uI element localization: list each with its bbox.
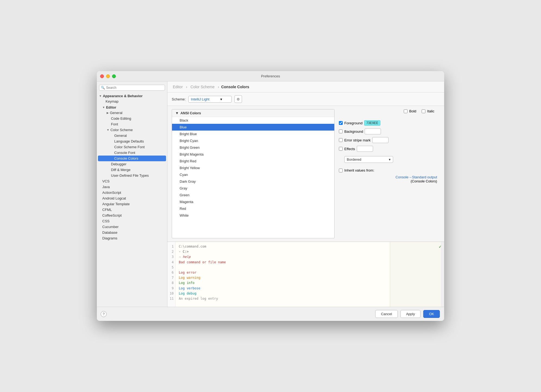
scheme-label: Scheme:	[172, 97, 186, 101]
sidebar-item-label: Color Scheme Font	[114, 145, 145, 149]
sidebar-item-database[interactable]: Database	[97, 230, 167, 235]
sidebar-item-font[interactable]: Font	[97, 121, 167, 127]
foreground-checkbox[interactable]	[339, 121, 343, 125]
preview-line-7: Log warning	[179, 275, 387, 280]
color-item-bright-magenta[interactable]: Bright Magenta	[172, 151, 334, 158]
breadcrumb-sep2: ›	[218, 85, 220, 89]
preview-line-8: Log info	[179, 280, 387, 286]
chevron-down-icon: ▼	[99, 94, 102, 97]
inherit-checkbox[interactable]	[339, 169, 343, 172]
gear-button[interactable]: ⚙	[234, 95, 242, 103]
color-item-red[interactable]: Red	[172, 205, 334, 212]
inherit-link[interactable]: Console→Standard output	[396, 175, 437, 179]
sidebar-item-android-logcat[interactable]: Android Logcat	[97, 195, 167, 201]
sidebar-item-cfml[interactable]: CFML	[97, 207, 167, 213]
search-box[interactable]: 🔍	[99, 85, 165, 91]
sidebar-item-angular-template[interactable]: Angular Template	[97, 201, 167, 207]
effects-checkbox[interactable]	[339, 147, 343, 151]
color-item-blue[interactable]: Blue	[172, 124, 334, 131]
ok-button[interactable]: OK	[423, 310, 440, 318]
sidebar-item-editor[interactable]: ▼ Editor	[97, 104, 167, 110]
sidebar-item-label: Diagrams	[102, 236, 117, 240]
color-item-bright-yellow[interactable]: Bright Yellow	[172, 165, 334, 171]
color-item-green[interactable]: Green	[172, 192, 334, 198]
sidebar-item-color-scheme[interactable]: ▼ Color Scheme	[97, 127, 167, 133]
sidebar-item-console-colors[interactable]: Console Colors	[98, 156, 166, 161]
sidebar-item-css[interactable]: CSS	[97, 218, 167, 224]
sidebar-item-label: User-Defined File Types	[111, 173, 149, 178]
help-button[interactable]: ?	[101, 311, 107, 317]
color-item-cyan[interactable]: Cyan	[172, 171, 334, 178]
foreground-color-value[interactable]: 73E9EE	[364, 120, 380, 126]
color-item-gray[interactable]: Gray	[172, 185, 334, 192]
sidebar-item-label: CSS	[102, 219, 110, 223]
close-button[interactable]	[100, 74, 104, 78]
traffic-lights	[100, 74, 116, 78]
sidebar-item-general[interactable]: ▶ General	[97, 110, 167, 116]
color-list-container: ▼ ANSI Colors Black Blue Bright Blue Bri…	[172, 109, 335, 238]
error-stripe-color-box[interactable]	[372, 137, 389, 143]
breadcrumb-console-colors: Console Colors	[221, 85, 249, 89]
background-color-box[interactable]	[365, 128, 381, 134]
sidebar-item-debugger[interactable]: Debugger	[97, 161, 167, 167]
apply-button[interactable]: Apply	[400, 310, 421, 318]
color-item-white[interactable]: White	[172, 212, 334, 219]
search-input[interactable]	[106, 86, 163, 90]
sidebar-item-label: General	[110, 111, 122, 115]
effects-dropdown[interactable]: Bordered ▾	[344, 156, 393, 163]
sidebar-item-actionscript[interactable]: ActionScript	[97, 190, 167, 195]
color-item-bright-red[interactable]: Bright Red	[172, 158, 334, 165]
color-item-bright-green[interactable]: Bright Green	[172, 144, 334, 151]
chevron-down-icon: ▾	[389, 157, 391, 162]
sidebar-item-diagrams[interactable]: Diagrams	[97, 235, 167, 241]
cancel-button[interactable]: Cancel	[375, 310, 397, 318]
color-item-magenta[interactable]: Magenta	[172, 198, 334, 205]
sidebar-item-label: Java	[102, 185, 110, 189]
preview-right-gutter	[390, 242, 444, 307]
background-checkbox[interactable]	[339, 129, 343, 133]
sidebar-item-label: Keymap	[106, 99, 119, 103]
effects-row: Effects	[339, 146, 440, 152]
sidebar-item-cucumber[interactable]: Cucumber	[97, 224, 167, 230]
maximize-button[interactable]	[112, 74, 116, 78]
sidebar-item-console-font[interactable]: Console Font	[97, 150, 167, 156]
collapse-icon[interactable]: ▼	[175, 111, 179, 115]
italic-row: Italic	[422, 109, 434, 113]
sidebar-item-color-scheme-font[interactable]: Color Scheme Font	[97, 144, 167, 150]
search-icon: 🔍	[101, 86, 105, 90]
line-numbers: 1 2 3 4 5 6 7 8 9 10 11	[167, 242, 176, 307]
effects-color-box[interactable]	[357, 146, 373, 152]
sidebar-item-label: Debugger	[111, 162, 126, 166]
sidebar-item-label: Cucumber	[102, 225, 119, 229]
sidebar-item-appearance[interactable]: ▼ Appearance & Behavior	[97, 93, 167, 99]
error-stripe-checkbox[interactable]	[339, 138, 343, 142]
bold-checkbox[interactable]	[404, 109, 408, 113]
color-list: Black Blue Bright Blue Bright Cyan Brigh…	[172, 117, 334, 238]
sidebar-item-vcs[interactable]: VCS	[97, 178, 167, 184]
scrollbar-track[interactable]	[441, 242, 444, 307]
color-item-black[interactable]: Black	[172, 117, 334, 124]
sidebar-item-code-editing[interactable]: Code Editing	[97, 116, 167, 121]
minimize-button[interactable]	[106, 74, 110, 78]
color-item-bright-blue[interactable]: Bright Blue	[172, 131, 334, 137]
sidebar-item-coffeescript[interactable]: CoffeeScript	[97, 213, 167, 218]
italic-checkbox[interactable]	[422, 109, 425, 113]
sidebar-item-user-defined[interactable]: User-Defined File Types	[97, 173, 167, 178]
preview-area: 1 2 3 4 5 6 7 8 9 10 11 C:\command.com -…	[167, 242, 444, 307]
sidebar-item-label: CFML	[102, 208, 112, 212]
sidebar-item-language-defaults[interactable]: Language Defaults	[97, 138, 167, 144]
sidebar-item-java[interactable]: Java	[97, 184, 167, 190]
sidebar-item-keymap[interactable]: Keymap	[97, 99, 167, 104]
error-stripe-label: Error stripe mark	[344, 138, 371, 142]
scheme-dropdown[interactable]: IntelliJ Light ▾	[188, 96, 232, 103]
sidebar-item-diff-merge[interactable]: Diff & Merge	[97, 167, 167, 173]
chevron-down-icon: ▼	[102, 106, 105, 109]
background-row: Background	[339, 128, 440, 134]
color-item-dark-gray[interactable]: Dark Gray	[172, 178, 334, 185]
bold-label: Bold	[409, 109, 416, 113]
chevron-down-icon: ▾	[220, 97, 222, 101]
sidebar-item-cs-general[interactable]: General	[97, 133, 167, 138]
sidebar-item-label: Color Scheme	[110, 128, 133, 132]
title-bar: Preferences	[97, 71, 444, 81]
color-item-bright-cyan[interactable]: Bright Cyan	[172, 137, 334, 144]
